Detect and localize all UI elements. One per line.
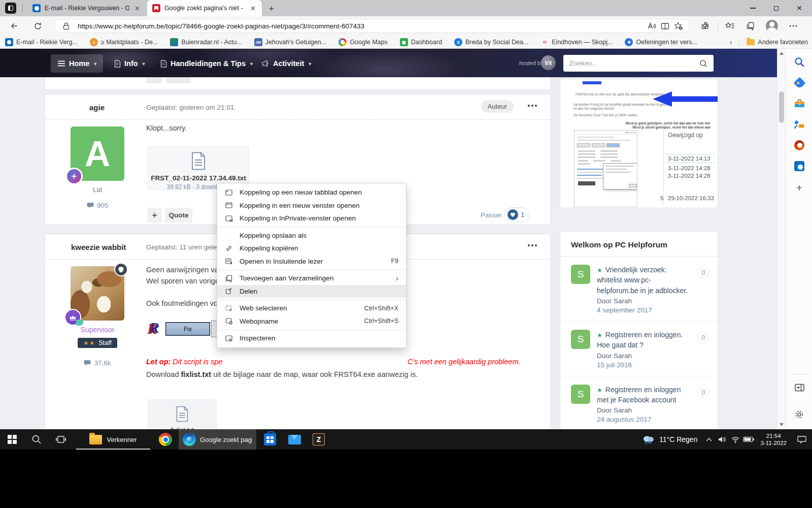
- new-tab-button[interactable]: +: [266, 3, 277, 14]
- react-plus-button[interactable]: +: [147, 208, 162, 223]
- taskbar-mail-button[interactable]: [282, 429, 307, 450]
- avatar-rabbit[interactable]: [71, 266, 124, 321]
- sidebar-outlook-icon[interactable]: [793, 160, 805, 172]
- lock-icon[interactable]: [59, 20, 73, 32]
- taskbar-explorer-button[interactable]: Verkenner: [75, 429, 151, 450]
- avatar-sarah[interactable]: S: [571, 385, 590, 404]
- menu-open-new-window[interactable]: Koppeling in een nieuw venster openen: [217, 199, 406, 212]
- scrollbar-thumb[interactable]: [779, 91, 784, 123]
- read-aloud-icon[interactable]: [645, 20, 658, 32]
- attachment-filename[interactable]: FRST_02-11-2022 17.34.49.txt: [148, 174, 249, 182]
- topic-date[interactable]: 24 augustus 2017: [597, 416, 691, 423]
- tab-close-icon[interactable]: ✕: [249, 5, 257, 12]
- topic-date[interactable]: 15 juli 2016: [597, 361, 691, 369]
- topic-date[interactable]: 4 september 2017: [597, 306, 691, 314]
- bookmark-buienradar[interactable]: Buienradar.nl - Actu...: [170, 38, 242, 46]
- sidebar-shopping-icon[interactable]: [793, 77, 805, 89]
- window-minimize-button[interactable]: [741, 0, 764, 16]
- menu-open-new-tab[interactable]: Koppeling op een nieuw tabblad openen: [217, 186, 406, 199]
- profile-avatar[interactable]: [765, 20, 779, 32]
- tab-actions-icon[interactable]: [5, 3, 16, 14]
- taskbar-chrome-button[interactable]: [153, 429, 178, 450]
- menu-share[interactable]: Delen: [217, 285, 406, 298]
- taskbar-7zip-button[interactable]: Z: [307, 429, 331, 450]
- sidebar-add-icon[interactable]: +: [793, 182, 805, 194]
- refresh-button[interactable]: [31, 20, 44, 32]
- post-author-name[interactable]: agie: [89, 103, 105, 112]
- reaction-pill[interactable]: 1: [504, 207, 530, 222]
- topic-title[interactable]: ★Registreren en inloggen met je Facebook…: [597, 385, 691, 405]
- nav-home[interactable]: Home▾: [51, 54, 103, 73]
- other-favorites-folder[interactable]: Andere favorieten: [747, 39, 808, 46]
- split-screen-icon[interactable]: [658, 20, 671, 32]
- selected-link-bar[interactable]: [583, 81, 601, 84]
- topic-title[interactable]: ★Registreren en inloggen. Hoe gaat dat ?: [597, 330, 691, 351]
- avatar[interactable]: A: [71, 126, 124, 181]
- avatar-sarah[interactable]: S: [571, 265, 590, 284]
- taskbar-search-icon[interactable]: [24, 429, 49, 450]
- tray-chevron-icon[interactable]: [702, 437, 716, 441]
- collections-icon[interactable]: [744, 20, 757, 32]
- bookmark-dashboard[interactable]: ▦Dashboard: [400, 38, 442, 46]
- sidebar-search-icon[interactable]: [793, 56, 805, 68]
- menu-inspect[interactable]: Inspecteren: [217, 332, 406, 345]
- menu-save-link-as[interactable]: Koppeling opslaan als: [217, 229, 406, 242]
- menu-immersive-reader[interactable]: Openen in Insluitende lezer F9: [217, 255, 406, 268]
- post-author-name[interactable]: kweezie wabbit: [71, 243, 126, 251]
- embedded-screenshot-thumbnail[interactable]: [574, 130, 637, 207]
- nav-guides[interactable]: Handleidingen & Tips▾: [154, 54, 259, 73]
- post-options-icon[interactable]: [528, 105, 537, 107]
- menu-web-select[interactable]: Web selecteren Ctrl+Shift+X: [217, 302, 406, 315]
- sidebar-office-icon[interactable]: [793, 139, 805, 151]
- search-icon[interactable]: [699, 59, 707, 68]
- post-options-icon[interactable]: [528, 244, 537, 246]
- quote-button[interactable]: Quote: [165, 208, 192, 223]
- bookmark-jw[interactable]: JWJehovah's Getuigen...: [254, 38, 327, 46]
- window-close-button[interactable]: ✕: [788, 0, 811, 16]
- attachment-fixlist[interactable]: fixlist.txt: [148, 399, 217, 429]
- search-input[interactable]: [569, 59, 699, 67]
- tab-helpforum-active[interactable]: Google zoekt pagina's niet - Pag ✕: [147, 0, 262, 16]
- bookmark-google-maps[interactable]: Google Maps: [339, 38, 387, 46]
- settings-more-icon[interactable]: [787, 20, 800, 32]
- address-bar[interactable]: https://www.pc-helpforum.be/topic/78466-…: [54, 19, 690, 33]
- sidebar-tools-icon[interactable]: [793, 98, 805, 110]
- nav-activity[interactable]: Activiteit▾: [255, 54, 318, 73]
- menu-web-capture[interactable]: Webopname Ctrl+Shift+S: [217, 315, 406, 328]
- menu-copy-link[interactable]: Koppeling kopiëren: [217, 242, 406, 255]
- scroll-down-arrow[interactable]: [780, 423, 784, 426]
- back-button[interactable]: [8, 20, 20, 32]
- url-text[interactable]: https://www.pc-helpforum.be/topic/78466-…: [78, 22, 645, 30]
- taskbar-edge-button-active[interactable]: Google zoekt pagin...: [179, 429, 256, 450]
- welcome-topic-row[interactable]: S ★Registreren en inloggen met je Facebo…: [560, 376, 718, 429]
- window-restore-button[interactable]: [764, 0, 788, 16]
- bookmark-email[interactable]: E-mail - Riekie Verg...: [5, 38, 78, 46]
- menu-add-to-collections[interactable]: Toevoegen aan Verzamelingen ›: [217, 272, 406, 285]
- topic-title[interactable]: ★Vriendelijk verzoek: whitelist www.pc-h…: [597, 265, 691, 296]
- scroll-up-arrow[interactable]: [780, 52, 784, 55]
- wifi-icon[interactable]: [729, 436, 742, 443]
- taskbar-clock[interactable]: 21:54 3-11-2022: [760, 432, 787, 447]
- bookmarks-overflow-icon[interactable]: ›: [730, 38, 732, 46]
- weather-temp-label[interactable]: 11°C Regen: [659, 435, 697, 443]
- sidebar-panel-icon[interactable]: [793, 382, 805, 394]
- tab-outlook[interactable]: E-mail - Riekie Vergouwen - Outl ✕: [27, 0, 146, 16]
- battery-icon[interactable]: [742, 436, 755, 442]
- bookmark-socialdeal[interactable]: $Breda by Social Dea...: [454, 38, 528, 46]
- action-center-icon[interactable]: [792, 435, 812, 443]
- taskbar-store-button[interactable]: [258, 429, 282, 450]
- avatar-sarah[interactable]: S: [571, 330, 590, 349]
- menu-open-inprivate[interactable]: Koppeling in InPrivate-venster openen: [217, 212, 406, 225]
- sidebar-settings-gear-icon[interactable]: [793, 408, 805, 421]
- volume-icon[interactable]: [716, 436, 729, 443]
- browser-scrollbar[interactable]: [777, 49, 786, 429]
- bookmark-oefeningen[interactable]: ✲Oefeningen ter vers...: [625, 38, 697, 46]
- welcome-topic-row[interactable]: S ★Registreren en inloggen. Hoe gaat dat…: [560, 322, 718, 376]
- host-logo[interactable]: VX: [541, 55, 556, 70]
- plus-button-stub[interactable]: [146, 77, 162, 83]
- start-button[interactable]: [0, 429, 24, 450]
- sidebar-games-icon[interactable]: [793, 118, 805, 131]
- favorites-bar-icon[interactable]: [723, 20, 736, 32]
- favorite-star-icon[interactable]: [671, 20, 685, 32]
- extensions-icon[interactable]: [699, 20, 712, 32]
